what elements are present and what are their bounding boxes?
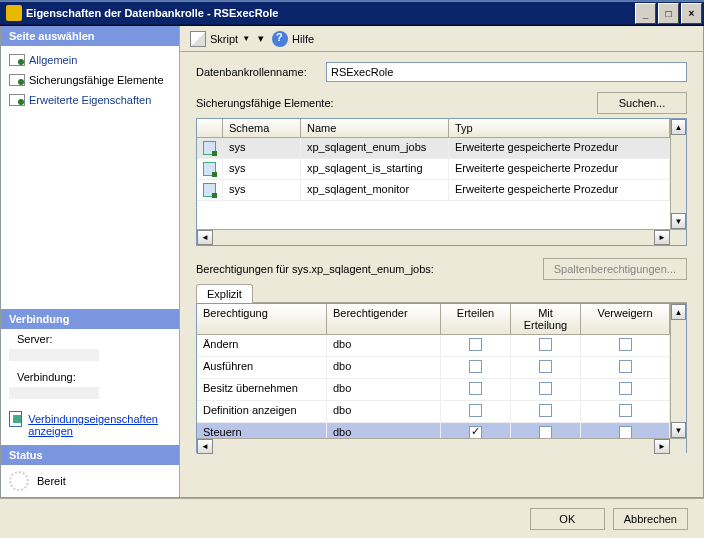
scroll-left-icon[interactable]: ◄ [197, 439, 213, 454]
cell-grant [441, 379, 511, 400]
minimize-button[interactable]: _ [635, 3, 656, 24]
cell-permission: Steuern [197, 423, 327, 438]
search-button[interactable]: Suchen... [597, 92, 687, 114]
scroll-left-icon[interactable]: ◄ [197, 230, 213, 245]
cell-permission: Ändern [197, 335, 327, 356]
checkbox[interactable] [539, 338, 552, 351]
stored-proc-icon [203, 162, 216, 176]
scroll-up-icon[interactable]: ▲ [671, 304, 686, 320]
checkbox[interactable] [469, 360, 482, 373]
cell-grantor: dbo [327, 379, 441, 400]
perm-header-deny[interactable]: Verweigern [581, 304, 670, 334]
sidebar-item-securables[interactable]: Sicherungsfähige Elemente [5, 70, 175, 90]
scroll-right-icon[interactable]: ► [654, 439, 670, 454]
cell-name: xp_sqlagent_enum_jobs [301, 138, 449, 158]
permission-row[interactable]: Definition anzeigendbo [197, 401, 670, 423]
sidebar-item-extended[interactable]: Erweiterte Eigenschaften [5, 90, 175, 110]
cell-withgrant [511, 423, 581, 438]
permission-row[interactable]: Steuerndbo [197, 423, 670, 438]
chevron-down-icon: ▼ [242, 34, 250, 43]
properties-icon [9, 411, 22, 427]
checkbox[interactable] [539, 360, 552, 373]
cell-deny [581, 423, 670, 438]
cell-schema: sys [223, 180, 301, 200]
checkbox[interactable] [539, 404, 552, 417]
securable-row[interactable]: sysxp_sqlagent_enum_jobsErweiterte gespe… [197, 138, 670, 159]
ok-button[interactable]: OK [530, 508, 605, 530]
perm-header-grant[interactable]: Erteilen [441, 304, 511, 334]
scroll-up-icon[interactable]: ▲ [671, 119, 686, 135]
sidebar: Seite auswählen Allgemein Sicherungsfähi… [1, 26, 179, 497]
cell-deny [581, 401, 670, 422]
cell-grant [441, 335, 511, 356]
checkbox[interactable] [469, 338, 482, 351]
checkbox[interactable] [469, 404, 482, 417]
status-text: Bereit [37, 475, 66, 487]
cancel-button[interactable]: Abbrechen [613, 508, 688, 530]
connection-properties-link[interactable]: Verbindungseigenschaften anzeigen [28, 411, 171, 439]
script-label: Skript [210, 33, 238, 45]
permissions-label: Berechtigungen für sys.xp_sqlagent_enum_… [196, 263, 543, 275]
grid-header-icon[interactable] [197, 119, 223, 137]
perm-header-withgrant[interactable]: Mit Erteilung [511, 304, 581, 334]
checkbox[interactable] [619, 426, 632, 438]
sidebar-header: Seite auswählen [1, 26, 179, 46]
help-button[interactable]: Hilfe [268, 29, 318, 49]
cell-withgrant [511, 401, 581, 422]
checkbox[interactable] [619, 360, 632, 373]
connection-header: Verbindung [1, 309, 179, 329]
scrollbar-horizontal[interactable]: ◄ ► [197, 229, 686, 245]
cell-typ: Erweiterte gespeicherte Prozedur [449, 180, 670, 200]
scroll-down-icon[interactable]: ▼ [671, 422, 686, 438]
grid-header-name[interactable]: Name [301, 119, 449, 137]
checkbox[interactable] [539, 382, 552, 395]
help-label: Hilfe [292, 33, 314, 45]
perm-header-grantor[interactable]: Berechtigender [327, 304, 441, 334]
cell-permission: Besitz übernehmen [197, 379, 327, 400]
securable-row[interactable]: sysxp_sqlagent_is_startingErweiterte ges… [197, 159, 670, 180]
titlebar: Eigenschaften der Datenbankrolle - RSExe… [0, 0, 704, 26]
securable-row[interactable]: sysxp_sqlagent_monitorErweiterte gespeic… [197, 180, 670, 201]
stored-proc-icon [203, 141, 216, 155]
scrollbar-vertical[interactable]: ▲ ▼ [670, 119, 686, 229]
script-button[interactable]: Skript ▼ [186, 29, 254, 49]
tab-explicit[interactable]: Explizit [196, 284, 253, 303]
grid-header-schema[interactable]: Schema [223, 119, 301, 137]
server-label: Server: [9, 329, 171, 349]
scrollbar-horizontal[interactable]: ◄ ► [197, 438, 686, 454]
cell-schema: sys [223, 159, 301, 179]
checkbox[interactable] [619, 338, 632, 351]
scroll-right-icon[interactable]: ► [654, 230, 670, 245]
permissions-grid: Berechtigung Berechtigender Erteilen Mit… [196, 303, 687, 453]
maximize-button[interactable]: □ [658, 3, 679, 24]
scroll-down-icon[interactable]: ▼ [671, 213, 686, 229]
toolbar-separator: ▾ [258, 32, 264, 45]
window-title: Eigenschaften der Datenbankrolle - RSExe… [26, 7, 635, 19]
cell-grant [441, 401, 511, 422]
page-icon [9, 73, 25, 87]
close-button[interactable]: × [681, 3, 702, 24]
checkbox[interactable] [539, 426, 552, 438]
permission-row[interactable]: Ausführendbo [197, 357, 670, 379]
checkbox[interactable] [469, 426, 482, 438]
cell-deny [581, 379, 670, 400]
sidebar-item-general[interactable]: Allgemein [5, 50, 175, 70]
checkbox[interactable] [619, 404, 632, 417]
permission-row[interactable]: Änderndbo [197, 335, 670, 357]
cell-deny [581, 357, 670, 378]
status-spinner-icon [9, 471, 29, 491]
checkbox[interactable] [469, 382, 482, 395]
cell-typ: Erweiterte gespeicherte Prozedur [449, 159, 670, 179]
checkbox[interactable] [619, 382, 632, 395]
cell-grant [441, 357, 511, 378]
perm-header-permission[interactable]: Berechtigung [197, 304, 327, 334]
grid-header-typ[interactable]: Typ [449, 119, 670, 137]
cell-withgrant [511, 357, 581, 378]
server-value [9, 349, 99, 361]
permission-row[interactable]: Besitz übernehmendbo [197, 379, 670, 401]
sidebar-item-label: Erweiterte Eigenschaften [29, 94, 151, 106]
cell-permission: Ausführen [197, 357, 327, 378]
scrollbar-vertical[interactable]: ▲ ▼ [670, 304, 686, 438]
rolename-input[interactable] [326, 62, 687, 82]
status-header: Status [1, 445, 179, 465]
